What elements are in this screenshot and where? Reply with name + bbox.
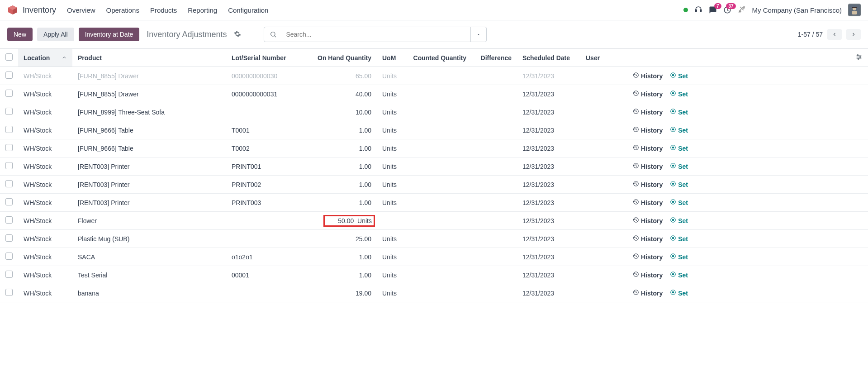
cell-counted[interactable] <box>404 212 472 230</box>
column-settings-icon[interactable] <box>855 55 863 62</box>
pager-next-button[interactable] <box>846 29 861 40</box>
cell-location[interactable]: WH/Stock <box>18 139 72 157</box>
cell-product[interactable]: SACA <box>72 248 226 266</box>
history-link[interactable]: History <box>633 108 663 116</box>
cell-counted[interactable] <box>404 157 472 176</box>
history-link[interactable]: History <box>633 162 663 170</box>
avatar[interactable] <box>848 4 861 16</box>
cell-lot[interactable] <box>226 284 312 302</box>
cell-location[interactable]: WH/Stock <box>18 67 72 85</box>
cell-user[interactable] <box>580 212 612 230</box>
cell-lot[interactable] <box>226 103 312 121</box>
cell-location[interactable]: WH/Stock <box>18 176 72 194</box>
row-checkbox[interactable] <box>5 144 13 151</box>
cell-onhand[interactable]: 50.00 Units <box>312 212 377 230</box>
cell-location[interactable]: WH/Stock <box>18 194 72 212</box>
cell-date[interactable]: 12/31/2023 <box>517 85 580 103</box>
set-link[interactable]: Set <box>670 217 688 224</box>
cell-lot[interactable]: T0001 <box>226 121 312 139</box>
cell-lot[interactable]: 00001 <box>226 266 312 284</box>
cell-location[interactable]: WH/Stock <box>18 157 72 176</box>
cell-lot[interactable]: PRINT002 <box>226 176 312 194</box>
history-link[interactable]: History <box>633 90 663 98</box>
cell-location[interactable]: WH/Stock <box>18 248 72 266</box>
cell-user[interactable] <box>580 266 612 284</box>
history-link[interactable]: History <box>633 235 663 243</box>
cell-user[interactable] <box>580 157 612 176</box>
cell-product[interactable]: [RENT003] Printer <box>72 157 226 176</box>
col-header-uom[interactable]: UoM <box>377 49 404 67</box>
row-checkbox[interactable] <box>5 289 13 296</box>
cell-location[interactable]: WH/Stock <box>18 121 72 139</box>
select-all-checkbox[interactable] <box>5 53 13 61</box>
cell-onhand[interactable]: 1.00 <box>312 266 377 284</box>
cell-location[interactable]: WH/Stock <box>18 103 72 121</box>
cell-user[interactable] <box>580 121 612 139</box>
cell-product[interactable]: [FURN_9666] Table <box>72 139 226 157</box>
cell-date[interactable]: 12/31/2023 <box>517 121 580 139</box>
cell-onhand[interactable]: 19.00 <box>312 284 377 302</box>
nav-products[interactable]: Products <box>150 6 177 14</box>
cell-counted[interactable] <box>404 103 472 121</box>
cell-onhand[interactable]: 65.00 <box>312 67 377 85</box>
cell-product[interactable]: banana <box>72 284 226 302</box>
set-link[interactable]: Set <box>670 271 688 279</box>
cell-user[interactable] <box>580 139 612 157</box>
set-link[interactable]: Set <box>670 144 688 152</box>
cell-lot[interactable] <box>226 230 312 248</box>
row-checkbox[interactable] <box>5 180 13 187</box>
set-link[interactable]: Set <box>670 72 688 80</box>
row-checkbox[interactable] <box>5 162 13 169</box>
support-icon[interactable] <box>694 5 702 15</box>
cell-product[interactable]: Test Serial <box>72 266 226 284</box>
cell-date[interactable]: 12/31/2023 <box>517 284 580 302</box>
cell-lot[interactable]: PRINT003 <box>226 194 312 212</box>
table-row[interactable]: WH/Stock [FURN_8999] Three-Seat Sofa 10.… <box>0 103 868 121</box>
cell-counted[interactable] <box>404 248 472 266</box>
set-link[interactable]: Set <box>670 289 688 297</box>
history-link[interactable]: History <box>633 289 663 297</box>
row-checkbox[interactable] <box>5 234 13 242</box>
cell-date[interactable]: 12/31/2023 <box>517 248 580 266</box>
set-link[interactable]: Set <box>670 162 688 170</box>
cell-date[interactable]: 12/31/2023 <box>517 230 580 248</box>
cell-onhand[interactable]: 1.00 <box>312 157 377 176</box>
set-link[interactable]: Set <box>670 90 688 98</box>
history-link[interactable]: History <box>633 126 663 134</box>
set-link[interactable]: Set <box>670 253 688 261</box>
col-header-lot[interactable]: Lot/Serial Number <box>226 49 312 67</box>
cell-counted[interactable] <box>404 176 472 194</box>
cell-counted[interactable] <box>404 194 472 212</box>
cell-lot[interactable]: 0000000000031 <box>226 85 312 103</box>
row-checkbox[interactable] <box>5 271 13 278</box>
gear-icon[interactable] <box>234 30 241 39</box>
table-row[interactable]: WH/Stock Plastic Mug (SUB) 25.00Units 12… <box>0 230 868 248</box>
set-link[interactable]: Set <box>670 108 688 116</box>
cell-user[interactable] <box>580 230 612 248</box>
table-row[interactable]: WH/Stock [FURN_9666] Table T0001 1.00Uni… <box>0 121 868 139</box>
set-link[interactable]: Set <box>670 126 688 134</box>
table-row[interactable]: WH/Stock [RENT003] Printer PRINT003 1.00… <box>0 194 868 212</box>
cell-lot[interactable]: T0002 <box>226 139 312 157</box>
cell-onhand[interactable]: 1.00 <box>312 121 377 139</box>
activities-icon[interactable]: 37 <box>723 6 731 14</box>
cell-product[interactable]: [FURN_8999] Three-Seat Sofa <box>72 103 226 121</box>
table-row[interactable]: WH/Stock banana 19.00Units 12/31/2023 Hi… <box>0 284 868 302</box>
cell-product[interactable]: [RENT003] Printer <box>72 194 226 212</box>
pager-prev-button[interactable] <box>827 29 842 40</box>
cell-location[interactable]: WH/Stock <box>18 284 72 302</box>
table-row[interactable]: WH/Stock [FURN_8855] Drawer 000000000003… <box>0 85 868 103</box>
col-header-user[interactable]: User <box>580 49 612 67</box>
cell-onhand[interactable]: 1.00 <box>312 194 377 212</box>
col-header-date[interactable]: Scheduled Date <box>517 49 580 67</box>
cell-date[interactable]: 12/31/2023 <box>517 266 580 284</box>
cell-product[interactable]: Flower <box>72 212 226 230</box>
cell-product[interactable]: [FURN_9666] Table <box>72 121 226 139</box>
table-row[interactable]: WH/Stock SACA o1o2o1 1.00Units 12/31/202… <box>0 248 868 266</box>
set-link[interactable]: Set <box>670 235 688 243</box>
row-checkbox[interactable] <box>5 216 13 224</box>
cell-location[interactable]: WH/Stock <box>18 230 72 248</box>
cell-date[interactable]: 12/31/2023 <box>517 212 580 230</box>
table-row[interactable]: WH/Stock [RENT003] Printer PRINT001 1.00… <box>0 157 868 176</box>
row-checkbox[interactable] <box>5 253 13 260</box>
